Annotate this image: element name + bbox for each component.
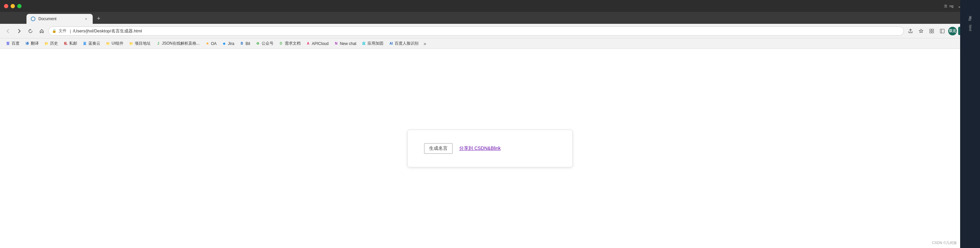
protocol-label: 文件 (59, 28, 67, 34)
titlebar-right-text2: ng (950, 4, 953, 8)
bookmark-icon-gongzhonghao: ♻ (256, 41, 260, 46)
bookmark-label-newchat: New chat (340, 41, 356, 46)
right-panel-text3: html (969, 25, 972, 31)
bookmark-label-baidu: 百度 (11, 41, 19, 46)
bookmark-label-oa: OA (211, 41, 216, 46)
refresh-button[interactable] (26, 27, 35, 36)
lock-icon: 🔒 (52, 29, 57, 33)
watermark-text: CSDN ©几何脉 (932, 240, 957, 245)
bookmark-lanyun[interactable]: 蓝蓝奏云 (80, 39, 103, 47)
bookmark-icon-apicloud: A (306, 41, 310, 46)
tabbar: Document × + (0, 12, 980, 24)
share-page-button[interactable] (906, 27, 915, 36)
bookmark-icon-baidu: 百 (6, 41, 10, 46)
bookmark-project[interactable]: 📁项目地址 (126, 39, 153, 47)
bookmark-label-appjiajian: 应用加固 (368, 41, 383, 46)
generate-quote-button[interactable]: 生成名言 (424, 143, 453, 154)
right-panel-text2: ng (969, 17, 972, 21)
bookmark-label-apicloud: APICloud (312, 41, 329, 46)
new-tab-button[interactable]: + (94, 14, 103, 23)
home-button[interactable] (37, 27, 46, 36)
bookmark-icon-bit: B (240, 41, 244, 46)
bookmark-label-gongzhonghao: 公众号 (262, 41, 274, 46)
bookmark-star-button[interactable] (916, 27, 926, 36)
address-bar-input[interactable]: 🔒 文件 | /Users/jhxl/Desktop/名言生成器.html (48, 27, 904, 36)
svg-rect-1 (932, 29, 934, 31)
profile-label: 双北 (949, 28, 956, 33)
bookmark-icon-email: 私 (63, 41, 68, 46)
bookmark-label-json: JSON在线解析及格... (162, 41, 200, 46)
addressbar: 🔒 文件 | /Users/jhxl/Desktop/名言生成器.html 双北… (0, 24, 980, 38)
bookmark-newchat[interactable]: NNew chat (331, 40, 359, 47)
bookmark-baidu[interactable]: 百百度 (3, 39, 22, 47)
svg-rect-3 (932, 32, 934, 33)
bookmark-label-history: 历史 (50, 41, 58, 46)
bookmark-icon-appjiajian: 应 (361, 41, 366, 46)
svg-rect-4 (940, 29, 944, 33)
bookmark-icon-baidu-face: AI (389, 41, 393, 46)
bookmark-label-project: 项目地址 (135, 41, 151, 46)
bookmark-appjiajian[interactable]: 应应用加固 (359, 39, 386, 47)
forward-button[interactable] (14, 27, 24, 36)
tab-close-button[interactable]: × (83, 16, 89, 22)
titlebar: 发 ng ⌄ ✕ (0, 0, 980, 12)
bookmark-jira[interactable]: ◆Jira (220, 40, 236, 47)
bookmark-icon-lanyun: 蓝 (83, 41, 87, 46)
profile-button[interactable]: 双北 (948, 27, 957, 35)
bookmark-ui[interactable]: 📁UI组件 (103, 39, 126, 47)
bookmark-icon-json: J (156, 41, 161, 46)
bookmark-demand[interactable]: D需求文档 (277, 39, 303, 47)
bookmark-label-demand: 需求文档 (285, 41, 301, 46)
bookmark-apicloud[interactable]: AAPICloud (304, 40, 331, 47)
bookmark-icon-translate: 译 (25, 41, 29, 46)
tab-favicon (30, 16, 36, 22)
bookmark-label-translate: 翻译 (31, 41, 39, 46)
svg-rect-2 (930, 32, 931, 33)
bookmark-label-bit: Bit (246, 41, 250, 46)
bookmark-baidu-face[interactable]: AI百度人脸识别 (387, 39, 421, 47)
minimize-button[interactable] (11, 4, 15, 8)
main-card: 生成名言 分享到 CSDN&Blink (407, 130, 573, 167)
share-link[interactable]: 分享到 CSDN&Blink (459, 145, 501, 152)
bookmark-gongzhonghao[interactable]: ♻公众号 (253, 39, 276, 47)
active-tab[interactable]: Document × (27, 14, 93, 24)
titlebar-right-text1: 发 (944, 4, 948, 9)
bookmark-icon-ui: 📁 (106, 41, 110, 46)
bookmark-label-ui: UI组件 (111, 41, 124, 46)
svg-rect-0 (930, 29, 931, 31)
globe-icon (31, 17, 35, 21)
right-panel: 发 ng html (960, 0, 980, 248)
url-display: /Users/jhxl/Desktop/名言生成器.html (73, 28, 900, 34)
bookmark-icon-history: 📁 (44, 41, 49, 46)
bookmark-label-baidu-face: 百度人脸识别 (395, 41, 418, 46)
bookmark-email[interactable]: 私私邮 (61, 39, 80, 47)
tab-title: Document (38, 17, 81, 21)
bookmark-icon-jira: ◆ (222, 41, 226, 46)
bookmark-icon-newchat: N (334, 41, 338, 46)
bookmark-bit[interactable]: BBit (237, 40, 253, 47)
bookmark-label-email: 私邮 (69, 41, 77, 46)
traffic-lights (4, 4, 22, 8)
bookmark-history[interactable]: 📁历史 (42, 39, 60, 47)
bookmark-json[interactable]: JJSON在线解析及格... (154, 39, 202, 47)
sidebar-toggle-button[interactable] (938, 27, 947, 36)
maximize-button[interactable] (17, 4, 22, 8)
page-content: 生成名言 分享到 CSDN&Blink CSDN ©几何脉 (0, 49, 980, 248)
bookmark-label-jira: Jira (228, 41, 234, 46)
extensions-button[interactable] (927, 27, 936, 36)
back-button[interactable] (3, 27, 13, 36)
bookmarks-more-button[interactable]: » (422, 40, 428, 47)
bookmark-icon-demand: D (279, 41, 283, 46)
bookmark-icon-project: 📁 (129, 41, 134, 46)
bookmark-label-lanyun: 蓝奏云 (88, 41, 100, 46)
bookmarksbar: 百百度译翻译📁历史私私邮蓝蓝奏云📁UI组件📁项目地址JJSON在线解析及格...… (0, 38, 980, 49)
bookmark-icon-oa: ★ (205, 41, 210, 46)
bookmark-translate[interactable]: 译翻译 (22, 39, 41, 47)
bookmark-oa[interactable]: ★OA (203, 40, 219, 47)
close-button[interactable] (4, 4, 8, 8)
